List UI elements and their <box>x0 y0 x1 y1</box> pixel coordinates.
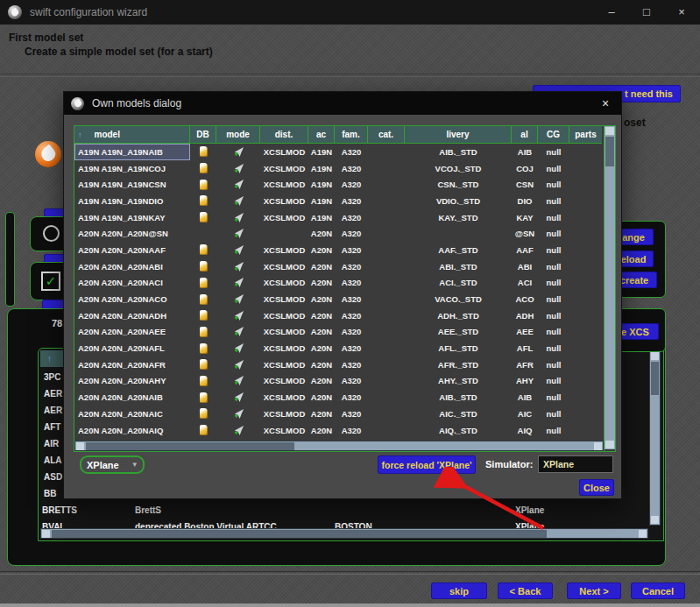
vscroll-thumb[interactable] <box>605 137 614 166</box>
cell-model[interactable]: A20N A20N_A20NABI <box>74 258 190 275</box>
cell-model[interactable]: A19N A19N_A19NAIB <box>74 144 190 160</box>
swift-logo-icon <box>8 5 22 19</box>
dialog-close-button[interactable]: Close <box>579 479 614 496</box>
model-table-row[interactable]: A19N A19N_A19NCSN XCSLMOD A19N A320 CSN.… <box>74 176 604 193</box>
cell-parts <box>569 160 602 177</box>
cell-model[interactable]: A20N A20N_A20NAIB <box>74 389 190 406</box>
cell-mode <box>216 160 260 177</box>
models-table-hscrollbar[interactable] <box>74 441 604 451</box>
cell-model[interactable]: A20N A20N_A20NACO <box>74 291 190 307</box>
bg-table-hscrollbar[interactable] <box>40 528 648 539</box>
model-table-row[interactable]: A20N A20N_A20NAFR XCSLMOD A20N A320 AFR.… <box>74 356 604 373</box>
window-bottom-edge <box>0 603 700 607</box>
model-table-row[interactable]: A19N A19N_A19NAIB XCSLMOD A19N A320 AIB.… <box>74 144 604 160</box>
column-header-parts[interactable]: parts <box>569 126 602 144</box>
cell-model[interactable]: A20N A20N_A20NAAF <box>74 242 190 258</box>
cell-model[interactable]: A20N A20N_A20NAIC <box>74 406 190 422</box>
model-table-row[interactable]: A20N A20N_A20NAFL XCSLMOD A20N A320 AFL.… <box>74 340 604 356</box>
cell-ac: A20N <box>308 373 335 390</box>
cell-model[interactable]: A19N A19N_A19NDIO <box>74 193 190 209</box>
model-table-row[interactable]: A20N A20N_A20NAIB XCSLMOD A20N A320 AIB.… <box>74 389 604 406</box>
cell-cg: null <box>538 258 569 275</box>
model-table-row[interactable]: A19N A19N_A19NDIO XCSLMOD A19N A320 VDIO… <box>74 193 604 209</box>
model-table-row[interactable]: A20N A20N_A20NAIC XCSLMOD A20N A320 AIC.… <box>74 406 604 422</box>
cell-model[interactable]: A20N A20N_A20NADH <box>74 307 190 324</box>
cell-db <box>190 422 216 439</box>
column-header-db[interactable]: DB <box>190 126 216 144</box>
column-header-mode[interactable]: mode <box>216 126 260 144</box>
column-header-fam[interactable]: fam. <box>335 126 368 144</box>
checkbox-checked[interactable]: ✓ <box>41 272 60 291</box>
cell-model[interactable]: A20N A20N_A20N@SN <box>74 225 190 242</box>
bg-row-bretts-c4[interactable]: XPlane <box>515 505 544 515</box>
scroll-left-button[interactable] <box>42 530 50 538</box>
model-table-row[interactable]: A20N A20N_A20NACI XCSLMOD A20N A320 ACI.… <box>74 275 604 292</box>
cell-mode <box>216 209 260 226</box>
cell-fam: A320 <box>335 193 368 209</box>
scroll-up-button[interactable] <box>605 127 614 135</box>
cell-al: AEE <box>512 324 538 341</box>
model-table-row[interactable]: A19N A19N_A19NKAY XCSLMOD A19N A320 KAY.… <box>74 209 604 226</box>
cell-model[interactable]: A20N A20N_A20NACI <box>74 275 190 292</box>
bg-row-bretts-c2[interactable]: BrettS <box>135 505 161 515</box>
next-button[interactable]: Next > <box>567 582 621 599</box>
maximize-button[interactable]: □ <box>633 2 661 23</box>
model-table-row[interactable]: A20N A20N_A20NABI XCSLMOD A20N A320 ABI.… <box>74 258 604 275</box>
cell-cat <box>368 144 405 160</box>
column-header-ac[interactable]: ac <box>308 126 335 144</box>
cell-model[interactable]: A20N A20N_A20NAEE <box>74 324 190 341</box>
model-table-row[interactable]: A20N A20N_A20N@SN A20N A320 @SN null <box>74 225 604 242</box>
radio-button[interactable] <box>43 225 60 242</box>
cell-model[interactable]: A20N A20N_A20NAFR <box>74 356 190 373</box>
back-button[interactable]: < Back <box>498 582 553 599</box>
simulator-selector-dropdown[interactable]: XPlane ▼ <box>80 455 145 474</box>
scroll-left-button[interactable] <box>76 442 84 450</box>
cell-model[interactable]: A19N A19N_A19NKAY <box>74 209 190 226</box>
column-header-al[interactable]: al <box>512 126 538 144</box>
column-header-cg[interactable]: CG <box>538 126 569 144</box>
column-header-cat[interactable]: cat. <box>368 126 405 144</box>
cell-dist <box>260 225 308 242</box>
model-table-row[interactable]: A20N A20N_A20NACO XCSLMOD A20N A320 VACO… <box>74 291 604 307</box>
scroll-down-button[interactable] <box>605 441 614 448</box>
minimize-button[interactable]: – <box>597 2 626 23</box>
cell-fam: A320 <box>335 356 368 373</box>
cell-model[interactable]: A20N A20N_A20NAHY <box>74 373 190 390</box>
model-table-row[interactable]: A20N A20N_A20NADH XCSLMOD A20N A320 ADH.… <box>74 307 604 324</box>
model-table-row[interactable]: A20N A20N_A20NAAF XCSLMOD A20N A320 AAF.… <box>74 242 604 258</box>
hscroll-thumb[interactable] <box>52 530 547 538</box>
model-table-row[interactable]: A19N A19N_A19NCOJ XCSLMOD A19N A320 VCOJ… <box>74 160 604 177</box>
model-table-row[interactable]: A20N A20N_A20NAHY XCSLMOD A20N A320 AHY.… <box>74 373 604 390</box>
bg-row-bretts-c1[interactable]: BRETTS <box>42 505 77 515</box>
vscroll-thumb[interactable] <box>651 362 659 395</box>
db-document-icon <box>200 343 208 354</box>
column-header-livery[interactable]: livery <box>405 126 512 144</box>
scroll-right-button[interactable] <box>639 530 647 538</box>
dialog-title: Own models dialog <box>92 97 181 109</box>
force-reload-button[interactable]: force reload 'XPlane' <box>378 455 476 474</box>
scroll-up-button[interactable] <box>651 352 659 360</box>
models-table-vscrollbar[interactable] <box>604 126 615 451</box>
column-header-dist[interactable]: dist. <box>260 126 308 144</box>
model-table-row[interactable]: A20N A20N_A20NAEE XCSLMOD A20N A320 AEE.… <box>74 324 604 341</box>
cell-model[interactable]: A20N A20N_A20NAIQ <box>74 422 190 439</box>
cancel-button[interactable]: Cancel <box>631 582 685 599</box>
db-document-icon <box>200 146 208 157</box>
close-button[interactable]: × <box>668 2 696 23</box>
cell-model[interactable]: A19N A19N_A19NCSN <box>74 176 190 193</box>
hscroll-thumb[interactable] <box>86 442 294 450</box>
simulator-value-field[interactable] <box>538 455 613 473</box>
cell-livery: ACI._STD <box>405 275 512 292</box>
cell-mode <box>216 176 260 193</box>
scroll-right-button[interactable] <box>594 442 602 450</box>
db-document-icon <box>200 180 208 190</box>
cell-mode <box>216 389 260 406</box>
cell-model[interactable]: A19N A19N_A19NCOJ <box>74 160 190 177</box>
scroll-down-button[interactable] <box>651 516 659 524</box>
model-table-row[interactable]: A20N A20N_A20NAIQ XCSLMOD A20N A320 AIQ.… <box>74 422 604 439</box>
skip-button[interactable]: skip <box>431 582 487 599</box>
cell-model[interactable]: A20N A20N_A20NAFL <box>74 340 190 356</box>
column-header-model[interactable]: ↑ model <box>74 126 190 144</box>
bg-table-vscrollbar[interactable] <box>649 350 661 526</box>
dialog-close-icon[interactable]: × <box>595 95 616 112</box>
